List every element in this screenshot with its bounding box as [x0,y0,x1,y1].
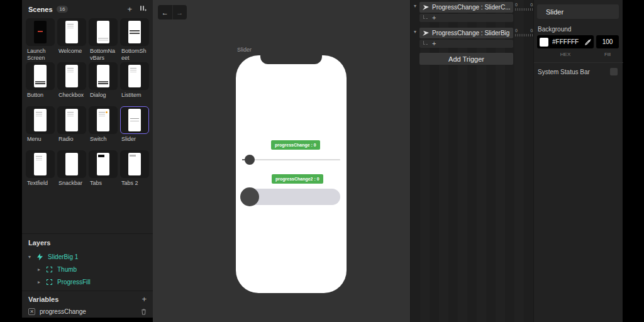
scene-thumbnail [26,150,55,178]
scene-item-menu[interactable]: Menu [26,106,55,150]
scene-item-button[interactable]: Button [26,62,55,106]
scene-thumb-preview [97,153,109,175]
scene-thumbnail [89,106,118,134]
scene-name-label[interactable]: Slider [237,47,252,53]
trigger-send-icon [423,30,429,36]
layer-item-progressfill[interactable]: ▸ ProgressFill [28,275,147,288]
scene-thumbnail [89,150,118,178]
layer-name: SliderBig 1 [48,253,78,260]
background-color-input[interactable]: #FFFFFF [537,35,594,48]
add-trigger-button[interactable]: Add Trigger [419,53,513,65]
scene-title-field[interactable]: Slider [537,4,619,19]
layer-item-thumb[interactable]: ▸ Thumb [28,263,147,275]
add-response-icon[interactable]: + [432,40,436,47]
trigger-collapse-icon[interactable]: ▾ [414,3,416,9]
layer-item-sliderbig-1[interactable]: ▾ SliderBig 1 [28,250,147,263]
scene-item-bottomnavbars[interactable]: BottomNavBars [89,18,118,62]
trigger-label: ProgressChange : SliderC... [432,4,510,11]
scene-item-tabs[interactable]: Tabs [89,150,118,194]
slider-thumb[interactable] [245,155,255,165]
expand-caret-icon[interactable]: ▸ [38,279,47,285]
fill-opacity-input[interactable]: 100 [596,35,619,48]
scene-item-launch-screen[interactable]: Launch Screen [26,18,55,62]
ruler-start-label: 0 [515,28,518,33]
variable-badge-top: progressChange : 0 [271,140,320,150]
trigger-send-icon [423,4,429,11]
triggers-panel: ▾ ProgressChange : SliderC... + 0 0. ▾ P… [410,0,533,322]
device-mockup[interactable]: progressChange : 0 progressChange2 : 0 [236,55,347,293]
scene-item-dialog[interactable]: Dialog [89,62,118,106]
canvas-area[interactable]: ← → Slider progressChange : 0 progressCh… [153,0,410,322]
timeline-ruler: 0 0. [515,3,534,11]
scenes-count-badge: 16 [57,6,69,13]
divider [534,62,623,63]
scene-item-textfield[interactable]: Textfield [26,150,55,194]
layers-panel: Layers ▾ SliderBig 1 ▸ Thumb ▸ ProgressF… [22,234,153,291]
scene-label: Tabs 2 [120,180,149,187]
variables-panel: Variables + ✕ progressChange [22,291,153,318]
big-slider-thumb[interactable] [240,187,259,206]
scene-thumbnail [57,18,86,46]
scene-item-welcome[interactable]: Welcome [57,18,86,62]
scene-item-listitem[interactable]: ListItem [120,62,149,106]
collapse-caret-icon[interactable]: ▾ [28,254,37,260]
hex-caption: HEX [537,52,594,57]
scene-thumb-preview [128,21,141,43]
scene-item-checkbox[interactable]: Checkbox [57,62,86,106]
ruler-start-label: 0 [515,3,518,7]
scene-item-slider[interactable]: Slider [120,106,149,150]
add-variable-icon[interactable]: + [142,295,147,303]
trigger-card-progresschange-sliderc[interactable]: ProgressChange : SliderC... [419,2,513,13]
scene-thumbnail [26,106,55,134]
scene-thumb-preview [128,109,141,131]
scene-thumbnail [26,62,55,90]
background-section-label: Background [538,26,571,33]
ruler-ticks [515,8,534,11]
scene-layout-icon[interactable] [140,5,147,13]
scene-label: BottomSheet [120,48,149,62]
scene-thumbnail-selected [120,106,149,134]
scene-label: Switch [89,136,118,143]
layers-title: Layers [28,239,147,247]
scene-thumb-preview [34,153,47,175]
scene-thumb-preview [65,153,78,175]
scene-label: Launch Screen [26,48,55,62]
add-response-icon[interactable]: + [432,14,436,21]
variable-badge-bottom: progressChange2 : 0 [272,174,323,184]
scene-thumb-preview [97,65,109,87]
history-nav: ← → [158,5,187,19]
slider-track[interactable] [242,159,340,160]
scene-item-radio[interactable]: Radio [57,106,86,150]
scene-label: Menu [26,136,55,143]
status-bar-checkbox[interactable] [610,68,618,75]
color-swatch[interactable] [540,38,548,47]
scene-item-switch[interactable]: Switch [89,106,118,150]
delete-variable-icon[interactable] [141,309,147,315]
scene-thumb-preview [97,109,109,131]
variable-type-icon: ✕ [28,308,35,315]
trigger-response-row[interactable]: + [419,14,513,22]
scene-item-tabs-2[interactable]: Tabs 2 [120,150,149,194]
scene-item-bottomsheet[interactable]: BottomSheet [120,18,149,62]
trigger-response-row[interactable]: + [419,40,513,48]
add-scene-icon[interactable]: + [127,5,132,13]
scene-thumb-preview [65,65,78,87]
properties-panel: Slider Background #FFFFFF 100 HEX Fill S… [533,0,623,322]
scene-label: Checkbox [57,92,86,99]
scene-label: Button [26,92,55,99]
scene-item-snackbar[interactable]: Snackbar [57,150,86,194]
trigger-card-progresschange-sliderbig[interactable]: ProgressChange : SliderBig [419,28,513,38]
trigger-collapse-icon[interactable]: ▾ [414,29,416,35]
hex-value[interactable]: #FFFFFF [552,38,585,45]
scene-label: Radio [57,136,86,143]
variables-header: Variables + [28,295,147,303]
scene-thumbnail [57,106,86,134]
expand-caret-icon[interactable]: ▸ [38,267,47,272]
scene-label: Dialog [89,92,118,99]
variable-item-progresschange[interactable]: ✕ progressChange [28,308,147,315]
eyedropper-icon[interactable] [585,39,591,45]
back-arrow-icon: ← [162,9,169,16]
scenes-title: Scenes [28,6,53,13]
forward-button[interactable]: → [173,5,187,19]
back-button[interactable]: ← [158,5,173,19]
